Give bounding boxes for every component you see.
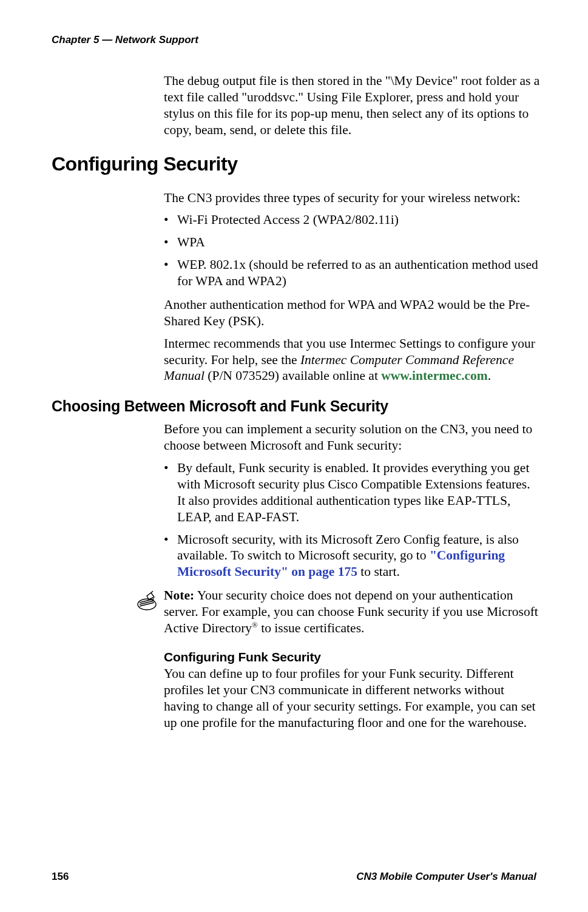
- sec3-para: You can define up to four profiles for y…: [164, 666, 540, 731]
- intermec-link[interactable]: www.intermec.com: [381, 368, 488, 383]
- sec1-para2: Another authentication method for WPA an…: [164, 297, 540, 329]
- body-column-sec1: The CN3 provides three types of security…: [164, 190, 540, 385]
- text: (P/N 073529) available online at: [204, 368, 381, 383]
- note-block: Note: Your security choice does not depe…: [135, 587, 540, 637]
- note-label: Note:: [164, 588, 194, 603]
- body-column-sec2: Before you can implement a security solu…: [164, 421, 540, 731]
- note-icon-cell: [135, 587, 164, 614]
- body-column-intro: The debug output file is then stored in …: [164, 73, 540, 138]
- footer-title: CN3 Mobile Computer User's Manual: [356, 871, 536, 883]
- sec1-bullet-list: Wi-Fi Protected Access 2 (WPA2/802.11i) …: [164, 212, 540, 289]
- list-item: WPA: [164, 234, 540, 251]
- page: Chapter 5 — Network Support The debug ou…: [0, 0, 588, 912]
- text: to start.: [357, 564, 400, 579]
- note-icon: [135, 590, 159, 612]
- list-item: By default, Funk security is enabled. It…: [164, 460, 540, 525]
- list-item: WEP. 802.1x (should be referred to as an…: [164, 257, 540, 289]
- heading-configuring-funk: Configuring Funk Security: [164, 650, 540, 664]
- page-footer: 156 CN3 Mobile Computer User's Manual: [52, 871, 536, 883]
- heading-choosing-security: Choosing Between Microsoft and Funk Secu…: [52, 397, 536, 415]
- running-head: Chapter 5 — Network Support: [52, 34, 536, 46]
- note-text: Note: Your security choice does not depe…: [164, 587, 540, 637]
- page-number: 156: [52, 871, 69, 883]
- list-item: Microsoft security, with its Microsoft Z…: [164, 532, 540, 581]
- sec2-bullet-list: By default, Funk security is enabled. It…: [164, 460, 540, 580]
- intro-paragraph: The debug output file is then stored in …: [164, 73, 540, 138]
- sec1-para3: Intermec recommends that you use Interme…: [164, 336, 540, 385]
- registered-mark: ®: [252, 621, 258, 629]
- list-item: Wi-Fi Protected Access 2 (WPA2/802.11i): [164, 212, 540, 228]
- sec2-intro: Before you can implement a security solu…: [164, 421, 540, 454]
- heading-configuring-security: Configuring Security: [52, 153, 536, 175]
- text: .: [488, 368, 491, 383]
- sec1-intro: The CN3 provides three types of security…: [164, 190, 540, 206]
- text: to issue certificates.: [258, 621, 365, 635]
